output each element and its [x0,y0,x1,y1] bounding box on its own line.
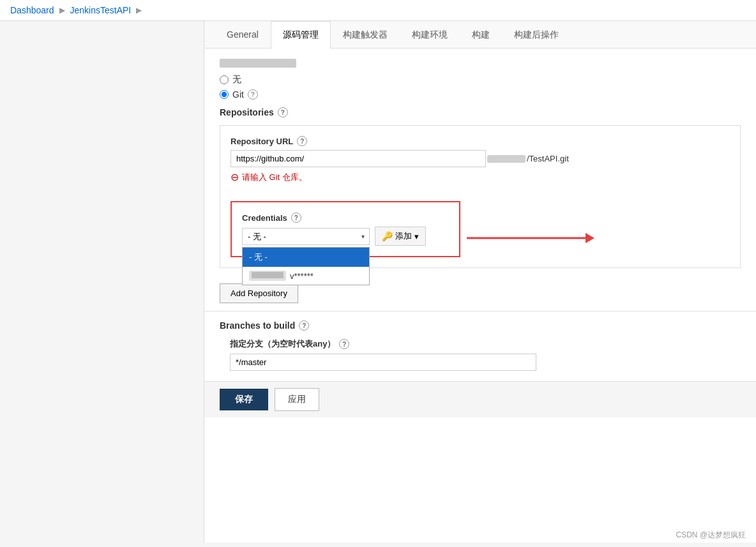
credentials-dropdown: - 无 - v****** [242,247,370,285]
branch-specifier-group: 指定分支（为空时代表any） ? [230,338,741,371]
tabs-bar: General 源码管理 构建触发器 构建环境 构建 构建后操作 [204,21,756,49]
radio-git[interactable] [220,90,229,99]
git-help-icon[interactable]: ? [248,89,258,100]
repositories-help-icon[interactable]: ? [278,107,288,117]
red-arrow [467,232,594,244]
credentials-label: Credentials ? [242,213,449,223]
repo-url-help-icon[interactable]: ? [297,136,307,146]
credential-username [249,271,286,281]
tab-general[interactable]: General [215,21,271,49]
repositories-header: Repositories ? [220,107,741,117]
watermark: CSDN @达梦想疯狂 [676,530,746,541]
breadcrumb: Dashboard ▶ JenkinsTestAPI ▶ [0,0,756,21]
repository-box: Repository URL ? /TestAPI.git ⊖ 请输入 Git … [220,125,741,268]
credentials-row: - 无 - v****** ▾ 🔑 添加 ▾ [242,227,449,246]
add-repository-button[interactable]: Add Repository [220,283,298,303]
repositories-label: Repositories [220,107,274,117]
bottom-bar: 保存 应用 [204,381,756,417]
radio-none-label: 无 [232,74,241,86]
error-message: ⊖ 请输入 Git 仓库。 [231,171,730,183]
error-icon: ⊖ [231,171,239,183]
save-button[interactable]: 保存 [220,389,268,410]
credential-row: v****** [249,271,363,281]
apply-button[interactable]: 应用 [275,388,319,411]
branch-specifier-label-text: 指定分支（为空时代表any） [230,338,335,350]
tab-scm[interactable]: 源码管理 [271,21,331,49]
radio-group-scm: 无 Git ? [220,74,741,100]
add-label: 添加 [395,230,412,242]
radio-row-git: Git ? [220,89,741,100]
divider-1 [204,311,756,311]
radio-none[interactable] [220,75,229,84]
credentials-select[interactable]: - 无 - v****** [242,228,370,245]
repo-url-truncated [487,155,525,163]
breadcrumb-sep-2: ▶ [136,6,142,15]
credentials-box: Credentials ? - 无 - v****** ▾ [231,201,460,257]
repo-url-input-row: /TestAPI.git [231,150,730,167]
branch-specifier-label: 指定分支（为空时代表any） ? [230,338,741,350]
credentials-help-icon[interactable]: ? [291,213,301,223]
repo-url-input[interactable] [231,150,486,167]
branches-section: Branches to build ? 指定分支（为空时代表any） ? [220,320,741,371]
tab-triggers[interactable]: 构建触发器 [331,21,400,49]
tab-build-env[interactable]: 构建环境 [400,21,460,49]
credential-password: v****** [290,271,314,281]
sidebar [0,21,204,543]
branches-help-icon[interactable]: ? [299,320,309,331]
tab-build[interactable]: 构建 [460,21,502,49]
breadcrumb-project[interactable]: JenkinsTestAPI [70,5,132,15]
radio-git-label: Git [232,89,244,100]
repo-url-label-text: Repository URL [231,137,293,146]
credentials-label-text: Credentials [242,213,287,223]
red-arrow-container [467,232,594,244]
main-content: General 源码管理 构建触发器 构建环境 构建 构建后操作 无 Git [204,21,756,543]
repo-url-label: Repository URL ? [231,136,730,146]
dropdown-item-credential[interactable]: v****** [243,267,369,285]
breadcrumb-dashboard[interactable]: Dashboard [10,5,54,15]
key-icon: 🔑 [382,231,393,241]
branches-header: Branches to build ? [220,320,741,331]
credentials-select-wrapper: - 无 - v****** ▾ [242,228,370,245]
add-chevron: ▾ [414,232,419,241]
dropdown-item-none[interactable]: - 无 - [243,248,369,267]
breadcrumb-sep-1: ▶ [59,6,65,15]
branches-label-text: Branches to build [220,320,295,331]
tab-post-build[interactable]: 构建后操作 [502,21,571,49]
branch-specifier-input[interactable] [230,354,536,371]
repo-url-suffix: /TestAPI.git [527,154,569,163]
credentials-add-button[interactable]: 🔑 添加 ▾ [375,227,426,246]
truncated-header [220,59,741,68]
error-text: 请输入 Git 仓库。 [242,172,307,183]
branch-specifier-help-icon[interactable]: ? [339,339,349,349]
credentials-section: Credentials ? - 无 - v****** ▾ [231,193,730,257]
content-section: 无 Git ? Repositories ? Repository URL ? [204,49,756,381]
radio-row-none: 无 [220,74,741,86]
